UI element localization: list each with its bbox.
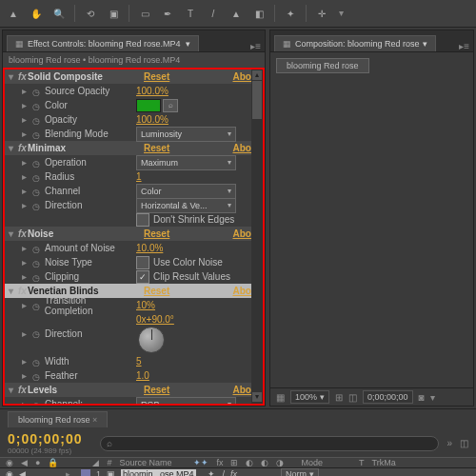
scroll-down-icon[interactable]: ▾: [252, 392, 262, 402]
property-value[interactable]: 100.0%: [136, 114, 259, 125]
search-input[interactable]: ⌕: [100, 436, 440, 451]
checkbox[interactable]: [136, 256, 149, 269]
close-icon[interactable]: ×: [92, 415, 97, 425]
panel-menu-icon[interactable]: ▸≡: [459, 41, 469, 51]
eraser-tool-icon[interactable]: ◧: [251, 6, 267, 21]
audio-icon[interactable]: ◀: [19, 469, 26, 476]
property-dropdown[interactable]: Luminosity: [136, 127, 236, 142]
stopwatch-icon[interactable]: [32, 115, 42, 125]
twirl-icon[interactable]: ▸: [66, 469, 75, 476]
zoom-tool-icon[interactable]: 🔍: [51, 6, 67, 21]
reset-link[interactable]: Reset: [144, 71, 169, 82]
layer-row[interactable]: ◉ ◀ ▸ 1 ▣ bloomin...ose.MP4 ✦ /fx Norm▾: [0, 468, 476, 476]
stopwatch-icon[interactable]: [32, 272, 42, 282]
comp-item[interactable]: blooming Red rose: [276, 58, 369, 73]
twirl-down-icon[interactable]: ▾: [9, 385, 18, 395]
timeline-tab[interactable]: blooming Red rose ×: [8, 411, 108, 427]
chevron-down-icon[interactable]: ▾: [186, 39, 190, 49]
property-value[interactable]: 10%: [136, 300, 259, 310]
stopwatch-icon[interactable]: [32, 101, 42, 110]
property-value[interactable]: 5: [136, 356, 259, 367]
graph-icon[interactable]: ◫: [460, 438, 468, 448]
property-dropdown[interactable]: Color: [136, 184, 236, 199]
property-value[interactable]: 100.0%: [136, 86, 259, 96]
effect-header[interactable]: ▾fxNoiseResetAbou: [5, 227, 263, 241]
snapshot-icon[interactable]: ◙: [419, 392, 425, 403]
stopwatch-icon[interactable]: [32, 87, 42, 96]
property-value[interactable]: 1: [136, 171, 259, 182]
stopwatch-icon[interactable]: [32, 328, 42, 338]
scrollbar[interactable]: ▴ ▾: [251, 69, 263, 404]
brush-tool-icon[interactable]: /: [206, 6, 221, 21]
chevron-down-icon[interactable]: ▾: [430, 392, 435, 403]
scroll-thumb[interactable]: [252, 81, 262, 119]
scroll-up-icon[interactable]: ▴: [252, 70, 262, 80]
twirl-icon[interactable]: ▸: [22, 300, 30, 310]
chevron-down-icon[interactable]: ▾: [423, 39, 427, 49]
pen-tool-icon[interactable]: ✒: [160, 6, 175, 21]
twirl-icon[interactable]: ▸: [22, 200, 30, 210]
resolution-icon[interactable]: ⊞: [335, 392, 343, 403]
zoom-level[interactable]: 100%▾: [290, 390, 329, 404]
audio-column-icon[interactable]: ◀: [21, 458, 28, 467]
stopwatch-icon[interactable]: [32, 244, 42, 253]
stopwatch-icon[interactable]: [32, 201, 42, 210]
reset-link[interactable]: Reset: [144, 286, 169, 296]
pin-tool-icon[interactable]: ✦: [283, 6, 298, 21]
reset-link[interactable]: Reset: [144, 228, 169, 239]
axis-tool-icon[interactable]: ✛: [314, 6, 329, 21]
color-value[interactable]: ⌕: [136, 99, 178, 112]
checkbox[interactable]: [136, 213, 149, 227]
stopwatch-icon[interactable]: [32, 172, 42, 182]
effect-header[interactable]: ▾fxLevelsResetAbou: [5, 383, 263, 397]
stopwatch-icon[interactable]: [32, 301, 42, 310]
twirl-icon[interactable]: ▸: [22, 186, 30, 196]
twirl-icon[interactable]: ▸: [22, 86, 30, 96]
hand-tool-icon[interactable]: ✋: [29, 6, 44, 21]
chevron-down-icon[interactable]: ▾: [339, 8, 350, 19]
property-value[interactable]: 1.0: [136, 370, 259, 381]
twirl-icon[interactable]: ▸: [22, 114, 30, 125]
grid-icon[interactable]: ▦: [276, 392, 285, 403]
twirl-icon[interactable]: ▸: [22, 356, 30, 367]
property-value[interactable]: 10.0%: [136, 243, 259, 253]
rotate-tool-icon[interactable]: ⟲: [83, 6, 98, 21]
twirl-icon[interactable]: ▸: [22, 257, 30, 268]
stamp-tool-icon[interactable]: ▲: [228, 6, 244, 21]
selection-tool-icon[interactable]: ▲: [6, 6, 21, 21]
angle-dial[interactable]: [138, 327, 165, 353]
twirl-down-icon[interactable]: ▾: [9, 228, 18, 239]
twirl-down-icon[interactable]: ▾: [9, 143, 18, 153]
mask-icon[interactable]: ◫: [348, 392, 357, 403]
twirl-icon[interactable]: ▸: [22, 129, 30, 139]
current-time[interactable]: 0;00;00;00: [363, 390, 413, 404]
eyedropper-icon[interactable]: ⌕: [163, 99, 178, 112]
twirl-icon[interactable]: ▸: [22, 157, 30, 168]
twirl-icon[interactable]: ▸: [22, 100, 30, 110]
property-value[interactable]: 0x+90.0°: [136, 314, 174, 325]
fx-icon[interactable]: fx: [216, 458, 223, 467]
twirl-down-icon[interactable]: ▾: [9, 71, 18, 82]
stopwatch-icon[interactable]: [32, 187, 42, 196]
stopwatch-icon[interactable]: [32, 400, 42, 407]
panel-menu-icon[interactable]: ▸≡: [250, 41, 261, 51]
stopwatch-icon[interactable]: [32, 357, 42, 367]
camera-tool-icon[interactable]: ▣: [106, 6, 121, 21]
twirl-icon[interactable]: ▸: [22, 370, 30, 381]
twirl-icon[interactable]: ▸: [22, 171, 30, 182]
chevron-icon[interactable]: »: [446, 438, 452, 448]
property-dropdown[interactable]: RGB: [136, 397, 236, 407]
blend-mode-dropdown[interactable]: Norm▾: [281, 468, 319, 476]
eye-icon[interactable]: ◉: [6, 469, 13, 476]
effect-header[interactable]: ▾fxMinimaxResetAbou: [5, 141, 263, 155]
composition-tab[interactable]: ▦ Composition: blooming Red rose ▾: [274, 35, 436, 51]
property-dropdown[interactable]: Horizontal & Ve...: [136, 198, 236, 213]
eye-column-icon[interactable]: ◉: [6, 458, 13, 467]
reset-link[interactable]: Reset: [144, 143, 169, 153]
twirl-icon[interactable]: ▸: [22, 399, 30, 406]
type-tool-icon[interactable]: T: [183, 6, 198, 21]
effect-controls-tab[interactable]: ▦ Effect Controls: blooming Red rose.MP4…: [7, 35, 199, 51]
twirl-icon[interactable]: ▸: [22, 328, 30, 339]
stopwatch-icon[interactable]: [32, 371, 42, 381]
twirl-icon[interactable]: ▸: [22, 243, 30, 253]
